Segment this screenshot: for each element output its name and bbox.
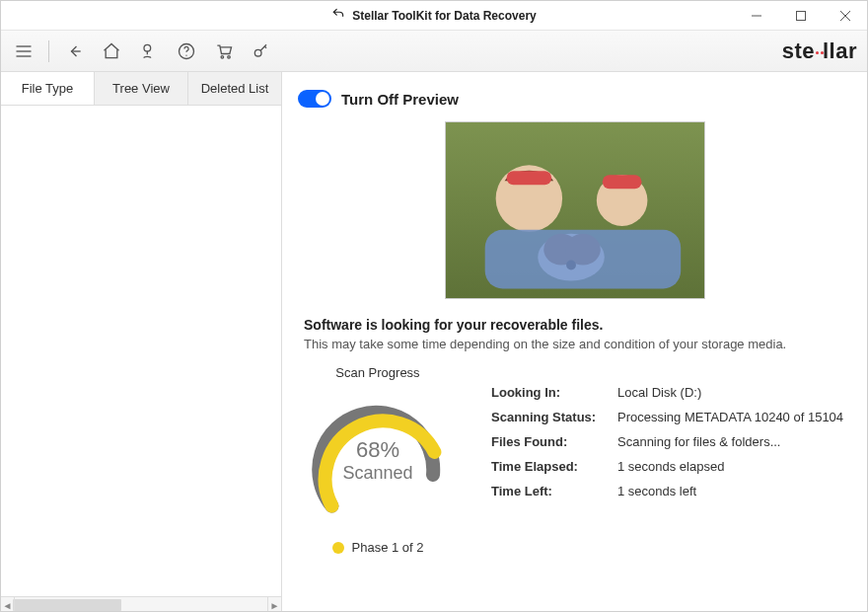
sidebar: File Type Tree View Deleted List ◄ ► [1, 72, 282, 612]
svg-rect-16 [506, 171, 551, 185]
progress-ring: 68% Scanned [304, 386, 452, 534]
info-value: Scanning for files & folders... [617, 434, 780, 449]
main: File Type Tree View Deleted List ◄ ► Tur… [1, 72, 867, 612]
sidebar-hscrollbar[interactable]: ◄ ► [1, 596, 281, 612]
tab-label: Tree View [112, 81, 170, 96]
info-row-time-left: Time Left: 1 seconds left [491, 484, 843, 498]
progress-area: Scan Progress 68% Scanned Phase [304, 365, 845, 555]
tab-file-type[interactable]: File Type [1, 72, 95, 105]
help-button[interactable] [174, 38, 199, 64]
info-key: Scanning Status: [491, 410, 610, 424]
back-button[interactable] [61, 38, 87, 64]
progress-caption: Scan Progress [335, 365, 419, 380]
progress-percent: 68% [356, 437, 399, 463]
tab-deleted-list[interactable]: Deleted List [188, 72, 281, 105]
brand-text-post: ar [835, 38, 857, 64]
info-row-files-found: Files Found: Scanning for files & folder… [491, 434, 843, 449]
info-key: Files Found: [491, 434, 610, 449]
info-key: Time Elapsed: [491, 459, 610, 474]
scan-info: Looking In: Local Disk (D:) Scanning Sta… [491, 385, 843, 555]
progress-word: Scanned [342, 463, 412, 484]
tab-tree-view[interactable]: Tree View [95, 72, 188, 105]
status-heading: Software is looking for your recoverable… [304, 317, 845, 333]
window-controls [734, 1, 867, 30]
home-button[interactable] [99, 38, 124, 64]
svg-point-13 [254, 49, 261, 56]
info-row-time-elapsed: Time Elapsed: 1 seconds elapsed [491, 459, 843, 474]
phase-bullet-icon [332, 542, 344, 554]
scroll-right-icon[interactable]: ► [267, 597, 281, 612]
svg-point-11 [221, 55, 224, 58]
brand-logo: stellar [782, 38, 857, 64]
cart-button[interactable] [211, 38, 237, 64]
minimize-button[interactable] [734, 1, 778, 31]
content: Turn Off Preview [282, 72, 867, 612]
svg-rect-18 [602, 175, 641, 189]
svg-point-12 [228, 55, 231, 58]
info-key: Time Left: [491, 484, 610, 498]
window-title-group: Stellar ToolKit for Data Recovery [331, 7, 537, 24]
menu-button[interactable] [11, 38, 36, 64]
search-tool-icon[interactable] [136, 38, 162, 64]
scroll-left-icon[interactable]: ◄ [1, 597, 15, 612]
undo-icon [331, 7, 345, 24]
info-value: 1 seconds elapsed [617, 459, 724, 474]
svg-rect-1 [796, 12, 805, 21]
svg-point-10 [185, 54, 186, 55]
maximize-button[interactable] [778, 1, 823, 31]
sidebar-body [1, 106, 281, 596]
window-title: Stellar ToolKit for Data Recovery [352, 9, 537, 23]
titlebar: Stellar ToolKit for Data Recovery [1, 1, 867, 31]
tab-label: Deleted List [201, 81, 269, 96]
preview-toggle[interactable] [298, 90, 331, 108]
phase-row: Phase 1 of 2 [332, 540, 424, 555]
toolbar: stellar [1, 31, 867, 72]
key-button[interactable] [249, 38, 274, 64]
status-subheading: This may take some time depending on the… [304, 337, 845, 351]
info-row-looking-in: Looking In: Local Disk (D:) [491, 385, 843, 400]
progress-column: Scan Progress 68% Scanned Phase [304, 365, 452, 555]
preview-toggle-row: Turn Off Preview [298, 90, 845, 108]
scroll-thumb[interactable] [13, 599, 121, 611]
sidebar-tabs: File Type Tree View Deleted List [1, 72, 281, 106]
info-value: 1 seconds left [617, 484, 696, 498]
svg-rect-23 [484, 230, 680, 289]
phase-label: Phase 1 of 2 [352, 540, 424, 555]
progress-center: 68% Scanned [304, 386, 452, 534]
brand-text-mid: ll [823, 38, 835, 64]
preview-image [445, 121, 705, 299]
tab-label: File Type [22, 81, 74, 96]
info-row-status: Scanning Status: Processing METADATA 102… [491, 410, 843, 424]
brand-text-pre: ste [782, 38, 815, 64]
info-key: Looking In: [491, 385, 610, 400]
svg-point-8 [144, 44, 151, 51]
info-value: Local Disk (D:) [617, 385, 701, 400]
toolbar-separator [48, 40, 49, 62]
close-button[interactable] [823, 1, 867, 31]
info-value: Processing METADATA 10240 of 15104 [617, 410, 843, 424]
preview-toggle-label: Turn Off Preview [341, 91, 459, 108]
